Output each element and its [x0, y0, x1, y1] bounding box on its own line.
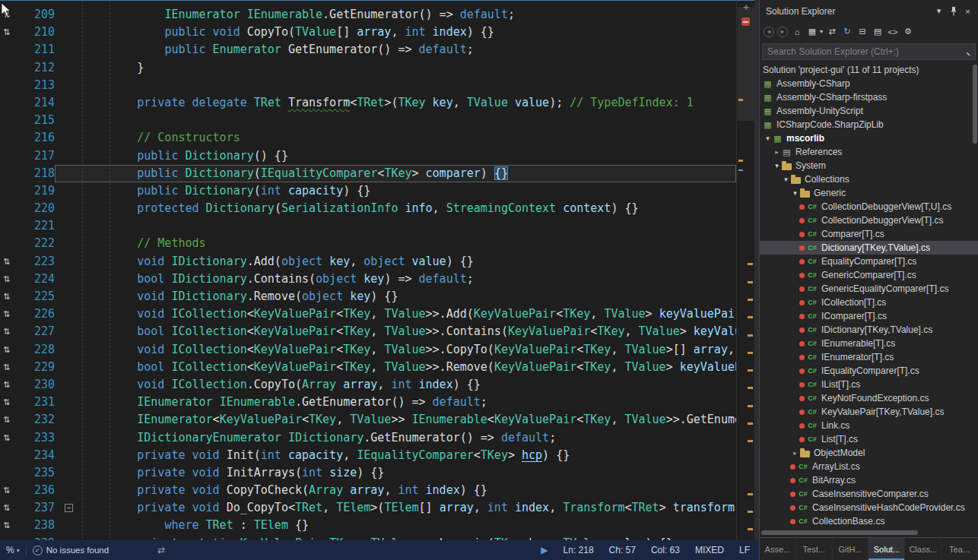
tree-item[interactable]: ▸▤References: [760, 145, 978, 159]
glyph-margin[interactable]: [0, 59, 21, 77]
glyph-margin[interactable]: [0, 94, 21, 112]
fold-margin[interactable]: [55, 271, 82, 288]
editor-vertical-scrollbar[interactable]: +: [736, 0, 754, 540]
line-body[interactable]: private void CopyToCheck(Array array, in…: [55, 482, 736, 499]
scrollbar-thumb[interactable]: [973, 65, 977, 144]
line-body[interactable]: }: [55, 59, 736, 77]
line-body[interactable]: void ICollection<KeyValuePair<TKey, TVal…: [55, 305, 736, 323]
line-body[interactable]: bool ICollection<KeyValuePair<TKey, TVal…: [55, 359, 736, 376]
glyph-margin[interactable]: ⇅: [0, 288, 21, 305]
glyph-margin[interactable]: ⇅: [0, 359, 21, 376]
line-body[interactable]: private void Init(int capacity, IEqualit…: [55, 447, 736, 464]
tree-item[interactable]: C#CaseInsensitiveComparer.cs: [760, 487, 978, 501]
line-number[interactable]: 211: [21, 41, 55, 59]
tree-item[interactable]: C#IList[T].cs: [760, 378, 978, 391]
glyph-margin[interactable]: [0, 447, 21, 464]
scrollbar-thumb[interactable]: [738, 7, 754, 121]
search-input[interactable]: [763, 46, 957, 57]
code-line[interactable]: ⇅223 void IDictionary.Add(object key, ob…: [0, 253, 736, 271]
code-line[interactable]: 214 private delegate TRet Transform<TRet…: [0, 94, 736, 112]
fold-margin[interactable]: [55, 253, 82, 271]
sync-with-active-document-icon[interactable]: ⇄: [826, 26, 838, 38]
tree-item[interactable]: ▸ObjectModel: [760, 446, 978, 460]
code-line[interactable]: ⇅228 void ICollection<KeyValuePair<TKey,…: [0, 341, 736, 359]
collapse-arrow-icon[interactable]: ▾: [772, 162, 782, 169]
line-body[interactable]: public Dictionary() {}: [55, 147, 736, 165]
glyph-margin[interactable]: [0, 182, 21, 200]
tree-item[interactable]: C#List[T].cs: [760, 432, 978, 446]
references-adornment-icon[interactable]: ⇅: [3, 415, 10, 425]
code-line[interactable]: 215: [0, 112, 736, 129]
line-number[interactable]: 226: [21, 305, 55, 323]
line-number[interactable]: 221: [21, 217, 55, 235]
line-body[interactable]: // Methods: [55, 235, 736, 252]
fold-margin[interactable]: [55, 376, 82, 394]
line-number[interactable]: 237: [21, 499, 55, 517]
tree-item[interactable]: ▦Assembly-CSharp-firstpass: [760, 90, 978, 104]
tree-item[interactable]: ▦Assembly-CSharp: [760, 77, 978, 90]
glyph-margin[interactable]: ⇅: [0, 6, 21, 24]
tree-item[interactable]: C#Link.cs: [760, 419, 978, 432]
fold-margin[interactable]: [55, 429, 82, 447]
line-number[interactable]: 227: [21, 323, 55, 340]
glyph-margin[interactable]: [0, 41, 21, 59]
line-number[interactable]: 212: [21, 59, 55, 77]
code-line[interactable]: ⇅237− private void Do_CopyTo<TRet, TElem…: [0, 499, 736, 517]
code-line[interactable]: ⇅224 bool IDictionary.Contains(object ke…: [0, 271, 736, 288]
fold-margin[interactable]: [55, 165, 82, 182]
references-adornment-icon[interactable]: ⇅: [3, 345, 10, 355]
code-line[interactable]: ⇅225 void IDictionary.Remove(object key)…: [0, 288, 736, 305]
line-number[interactable]: 210: [21, 24, 55, 41]
fold-margin[interactable]: [55, 464, 82, 482]
glyph-margin[interactable]: ⇅: [0, 499, 21, 517]
fold-margin[interactable]: [55, 112, 82, 129]
line-number[interactable]: 219: [21, 182, 55, 200]
line-number[interactable]: 230: [21, 376, 55, 394]
glyph-margin[interactable]: [0, 464, 21, 482]
line-number[interactable]: 215: [21, 112, 55, 129]
line-body[interactable]: private static KeyValuePair<TKey, TValue…: [55, 535, 736, 540]
panel-tab[interactable]: Test...: [796, 538, 833, 560]
tree-item[interactable]: ▾Collections: [760, 172, 978, 186]
fold-margin[interactable]: [55, 200, 82, 217]
line-number[interactable]: 228: [21, 341, 55, 359]
line-body[interactable]: bool IDictionary.Contains(object key) =>…: [55, 271, 736, 288]
references-adornment-icon[interactable]: ⇅: [3, 433, 10, 443]
fold-collapse-icon[interactable]: −: [65, 504, 73, 512]
back-icon[interactable]: ◄: [764, 27, 774, 37]
glyph-margin[interactable]: [0, 129, 21, 147]
line-body[interactable]: void IDictionary.Add(object key, object …: [55, 253, 736, 271]
dropdown-caret-icon[interactable]: ▾: [820, 28, 823, 35]
code-line[interactable]: 212 }: [0, 59, 736, 77]
tree-item[interactable]: C#KeyNotFoundException.cs: [760, 391, 978, 405]
line-body[interactable]: IDictionaryEnumerator IDictionary.GetEnu…: [55, 429, 736, 447]
references-adornment-icon[interactable]: ⇅: [3, 10, 10, 20]
code-line[interactable]: 216 // Constructors: [0, 129, 736, 147]
line-body[interactable]: − private void Do_CopyTo<TRet, TElem>(TE…: [55, 499, 736, 517]
fold-margin[interactable]: [55, 41, 82, 59]
line-number[interactable]: 217: [21, 147, 55, 165]
home-icon[interactable]: ⌂: [791, 26, 803, 38]
line-body[interactable]: // Constructors: [55, 129, 736, 147]
code-line[interactable]: 235 private void InitArrays(int size) {}: [0, 464, 736, 482]
line-body[interactable]: void IDictionary.Remove(object key) {}: [55, 288, 736, 305]
glyph-margin[interactable]: ⇅: [0, 323, 21, 340]
fold-margin[interactable]: [55, 217, 82, 235]
code-line[interactable]: ⇅231 IEnumerator IEnumerable.GetEnumerat…: [0, 394, 736, 411]
fold-margin[interactable]: [55, 359, 82, 376]
code-line[interactable]: 234 private void Init(int capacity, IEqu…: [0, 447, 736, 464]
line-number[interactable]: 213: [21, 77, 55, 94]
collapse-arrow-icon[interactable]: ▾: [781, 176, 791, 183]
char-indicator[interactable]: Ch: 57: [609, 545, 636, 555]
fold-margin[interactable]: [55, 147, 82, 165]
column-indicator[interactable]: Col: 63: [651, 545, 680, 555]
properties-icon[interactable]: ⚙: [902, 26, 914, 38]
line-body[interactable]: [55, 77, 736, 94]
code-line[interactable]: ⇅210 public void CopyTo(TValue[] array, …: [0, 24, 736, 41]
line-body[interactable]: [55, 217, 736, 235]
fold-margin[interactable]: [55, 288, 82, 305]
window-options-icon[interactable]: ▾: [932, 5, 946, 18]
fold-margin[interactable]: [55, 59, 82, 77]
line-number[interactable]: 222: [21, 235, 55, 252]
code-line[interactable]: 211 public Enumerator GetEnumerator() =>…: [0, 41, 736, 59]
